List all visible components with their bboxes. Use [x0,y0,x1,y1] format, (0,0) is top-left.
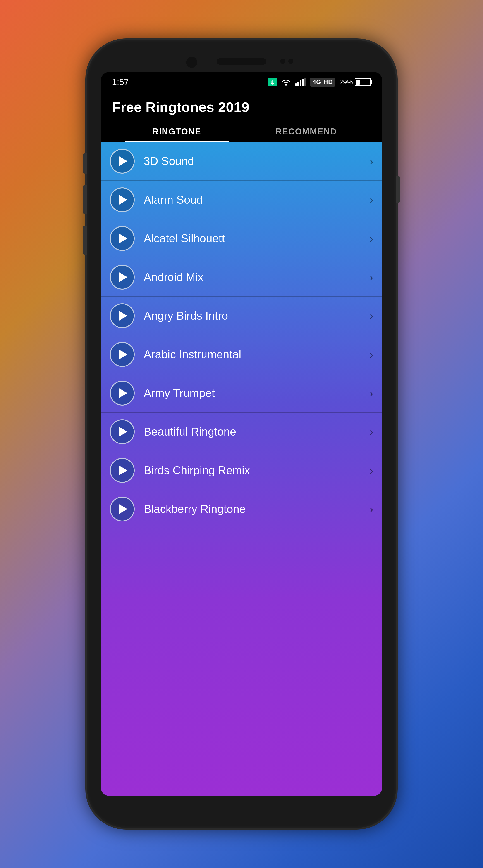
play-icon [119,195,127,205]
play-icon [119,234,127,243]
list-item[interactable]: Alarm Soud › [101,181,382,219]
ringtone-name: Arabic Instrumental [144,348,369,361]
battery-icon [355,78,371,86]
status-bar: 1:57 ψ 4G HD [101,72,382,92]
list-item[interactable]: 3D Sound › [101,142,382,181]
battery-percent: 29% [339,78,353,86]
play-button-alcatel[interactable] [110,226,135,251]
signal-icon [295,78,306,86]
list-item[interactable]: Arabic Instrumental › [101,335,382,374]
play-icon [119,427,127,437]
play-button-army-trumpet[interactable] [110,381,135,405]
play-button-android-mix[interactable] [110,265,135,289]
status-time: 1:57 [112,77,129,87]
list-item[interactable]: Blackberry Ringtone › [101,490,382,528]
chevron-right-icon: › [369,348,373,361]
chevron-right-icon: › [369,464,373,477]
tab-ringtone[interactable]: RINGTONE [112,122,242,142]
status-icons: ψ 4G HD 29% [268,78,371,87]
list-item[interactable]: Android Mix › [101,258,382,297]
ringtone-name: Alcatel Silhouett [144,232,369,245]
tabs-container: RINGTONE RECOMMEND [112,122,371,142]
chevron-right-icon: › [369,502,373,516]
ringtone-name: Angry Birds Intro [144,309,369,322]
wifi-icon [281,78,291,86]
list-item[interactable]: Angry Birds Intro › [101,297,382,335]
play-button-3d-sound[interactable] [110,149,135,174]
play-button-arabic[interactable] [110,342,135,367]
svg-rect-5 [304,78,306,86]
ringtone-list: 3D Sound › Alarm Soud › Alcatel Silhouet… [101,142,382,796]
play-icon [119,156,127,166]
ringtone-name: Beautiful Ringtone [144,425,369,438]
app-header: Free Ringtones 2019 RINGTONE RECOMMEND [101,92,382,142]
list-item[interactable]: Beautiful Ringtone › [101,412,382,451]
chevron-right-icon: › [369,386,373,400]
play-button-angry-birds[interactable] [110,303,135,328]
play-icon [119,311,127,321]
svg-point-0 [285,84,287,86]
battery-fill [356,80,360,85]
chevron-right-icon: › [369,193,373,206]
play-icon [119,349,127,360]
battery-container: 29% [339,78,371,86]
play-button-alarm-soud[interactable] [110,187,135,212]
phone-dots [280,59,293,64]
volume-down-button[interactable] [83,185,87,214]
svg-rect-3 [300,80,302,86]
svg-rect-2 [297,82,299,86]
ringtone-name: Alarm Soud [144,193,369,206]
phone-camera [186,56,198,68]
play-icon [119,504,127,514]
volume-up-button[interactable] [83,153,87,174]
mute-button[interactable] [83,225,87,255]
chevron-right-icon: › [369,232,373,245]
ringtone-name: Blackberry Ringtone [144,502,369,516]
phone-screen: 1:57 ψ 4G HD [101,72,382,796]
ringtone-name: Army Trumpet [144,386,369,400]
play-icon [119,388,127,398]
svg-rect-1 [295,84,297,86]
svg-rect-4 [302,79,304,86]
ringtone-name: 3D Sound [144,155,369,168]
tab-recommend[interactable]: RECOMMEND [242,122,371,142]
chevron-right-icon: › [369,271,373,284]
play-icon [119,465,127,475]
list-item[interactable]: Alcatel Silhouett › [101,219,382,258]
chevron-right-icon: › [369,425,373,438]
list-item[interactable]: Birds Chirping Remix › [101,451,382,490]
chevron-right-icon: › [369,155,373,168]
ringtone-name: Android Mix [144,271,369,284]
power-button[interactable] [396,176,400,203]
app-title: Free Ringtones 2019 [112,99,371,115]
play-button-beautiful[interactable] [110,419,135,444]
usb-icon: ψ [268,78,277,86]
play-button-blackberry[interactable] [110,497,135,522]
play-icon [119,272,127,282]
phone-device: 1:57 ψ 4G HD [85,38,398,830]
lte-icon: 4G HD [310,78,335,87]
ringtone-name: Birds Chirping Remix [144,464,369,477]
chevron-right-icon: › [369,309,373,322]
play-button-birds-chirping[interactable] [110,458,135,483]
phone-speaker [217,58,266,65]
list-item[interactable]: Army Trumpet › [101,374,382,412]
